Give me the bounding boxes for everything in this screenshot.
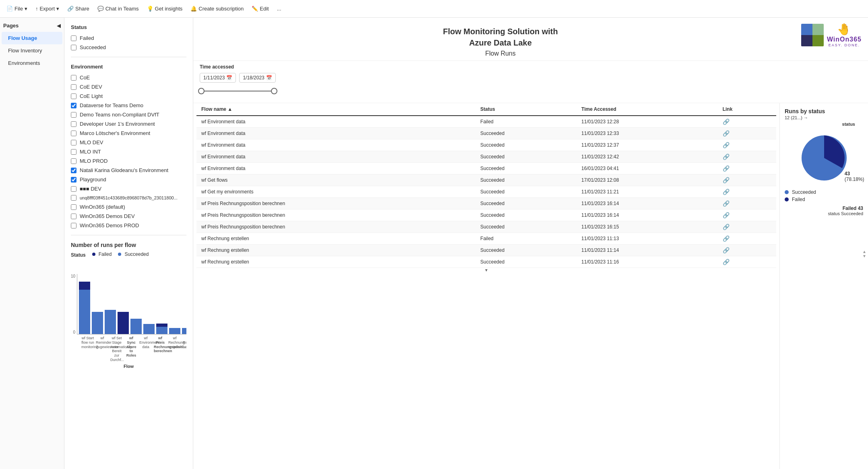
env-demo-teams-input[interactable] bbox=[71, 112, 76, 118]
link-icon[interactable]: 🔗 bbox=[723, 235, 730, 242]
env-dataverse[interactable]: Dataverse for Teams Demo bbox=[71, 102, 186, 108]
env-winon365-demos-dev-input[interactable] bbox=[71, 214, 76, 219]
date-range-slider[interactable] bbox=[200, 91, 276, 91]
env-redacted-dev[interactable]: ■■■ DEV bbox=[71, 186, 186, 192]
cell-link[interactable]: 🔗 bbox=[718, 233, 776, 245]
link-icon[interactable]: 🔗 bbox=[723, 259, 730, 265]
cell-time: 11/01/2023 12:37 bbox=[577, 139, 718, 151]
bar-start-flow bbox=[79, 282, 90, 334]
link-icon[interactable]: 🔗 bbox=[723, 200, 730, 207]
bar-rechnungstotal bbox=[169, 328, 180, 334]
cell-link[interactable]: 🔗 bbox=[718, 256, 776, 268]
report-title-line2: Azure Data Lake bbox=[200, 37, 801, 48]
cell-link[interactable]: 🔗 bbox=[718, 139, 776, 151]
share-button[interactable]: 🔗 Share bbox=[64, 4, 93, 13]
sidebar-item-flow-inventory[interactable]: Flow Inventory bbox=[2, 44, 62, 57]
env-marco-input[interactable] bbox=[71, 131, 76, 136]
env-winon365-default[interactable]: WinOn365 (default) bbox=[71, 204, 186, 210]
env-mlo-prod-input[interactable] bbox=[71, 158, 76, 164]
link-icon[interactable]: 🔗 bbox=[723, 177, 730, 183]
env-mlo-int-input[interactable] bbox=[71, 149, 76, 155]
env-coe-dev-input[interactable] bbox=[71, 84, 76, 90]
status-succeeded-label: Succeeded bbox=[80, 44, 106, 50]
date-to-input[interactable]: 1/18/2023 📅 bbox=[239, 73, 275, 83]
env-demo-teams[interactable]: Demo Teams non-Compliant DVfT bbox=[71, 112, 186, 118]
cell-link[interactable]: 🔗 bbox=[718, 116, 776, 128]
report-header: Flow Monitoring Solution with Azure Data… bbox=[193, 18, 868, 61]
cell-link[interactable]: 🔗 bbox=[718, 198, 776, 210]
env-coe-light[interactable]: CoE Light bbox=[71, 93, 186, 99]
link-icon[interactable]: 🔗 bbox=[723, 118, 730, 125]
status-failed-checkbox[interactable]: Failed bbox=[71, 35, 186, 41]
bar-start-flow-failed bbox=[79, 282, 90, 290]
env-mlo-dev[interactable]: MLO DEV bbox=[71, 139, 186, 145]
env-unq[interactable]: unq8fff03ff451c433689c8968078d7b_2301180… bbox=[71, 195, 186, 201]
flow-table-container[interactable]: Flow name ▲ Status Time Accessed Link wf… bbox=[193, 103, 779, 469]
link-icon[interactable]: 🔗 bbox=[723, 247, 730, 253]
status-succeeded-checkbox[interactable]: Succeeded bbox=[71, 44, 186, 50]
link-icon[interactable]: 🔗 bbox=[723, 142, 730, 148]
export-button[interactable]: ↑ Export ▾ bbox=[32, 4, 62, 13]
get-insights-button[interactable]: 💡 Get insights bbox=[144, 4, 186, 13]
chat-in-teams-button[interactable]: 💬 Chat in Teams bbox=[94, 4, 142, 13]
cell-link[interactable]: 🔗 bbox=[718, 186, 776, 198]
legend-failed-label: Failed bbox=[99, 251, 112, 257]
time-filter: Time accessed 1/11/2023 📅 1/18/2023 📅 bbox=[200, 64, 276, 100]
sidebar-item-environments[interactable]: Environments bbox=[2, 57, 62, 69]
env-coe-input[interactable] bbox=[71, 75, 76, 81]
link-icon[interactable]: 🔗 bbox=[723, 224, 730, 230]
env-winon365-demos-dev[interactable]: WinOn365 Demos DEV bbox=[71, 213, 186, 219]
env-redacted-dev-input[interactable] bbox=[71, 186, 76, 192]
edit-button[interactable]: ✏️ Edit bbox=[248, 4, 272, 13]
calendar-from-icon[interactable]: 📅 bbox=[226, 75, 232, 81]
env-mlo-prod[interactable]: MLO PROD bbox=[71, 158, 186, 164]
status-succeeded-input[interactable] bbox=[71, 45, 76, 50]
cell-status: Succeeded bbox=[475, 163, 577, 174]
more-button[interactable]: ... bbox=[274, 4, 285, 13]
env-winon365-demos-prod-input[interactable] bbox=[71, 223, 76, 228]
env-marco[interactable]: Marco Lötscher's Environment bbox=[71, 130, 186, 136]
status-failed-input[interactable] bbox=[71, 35, 76, 41]
env-playground[interactable]: Playground bbox=[71, 176, 186, 183]
link-icon[interactable]: 🔗 bbox=[723, 130, 730, 137]
table-row: wf Get my environmentsSucceeded11/01/202… bbox=[196, 186, 776, 198]
slider-thumb-left[interactable] bbox=[198, 88, 205, 94]
scroll-down-arrow[interactable]: ▼ bbox=[196, 268, 776, 272]
env-playground-input[interactable] bbox=[71, 177, 76, 183]
env-unq-input[interactable] bbox=[71, 195, 76, 201]
slider-thumb-right[interactable] bbox=[271, 88, 277, 94]
edit-label: Edit bbox=[260, 6, 269, 12]
cell-time: 11/01/2023 11:21 bbox=[577, 186, 718, 198]
env-winon365-default-input[interactable] bbox=[71, 204, 76, 210]
env-coe-light-input[interactable] bbox=[71, 93, 76, 99]
env-dataverse-input[interactable] bbox=[71, 103, 76, 108]
env-winon365-demos-prod[interactable]: WinOn365 Demos PROD bbox=[71, 222, 186, 228]
cell-time: 11/01/2023 12:42 bbox=[577, 151, 718, 163]
env-dev-user-input[interactable] bbox=[71, 121, 76, 127]
env-mlo-dev-input[interactable] bbox=[71, 140, 76, 145]
sidebar-item-flow-usage[interactable]: Flow Usage bbox=[2, 32, 62, 44]
calendar-to-icon[interactable]: 📅 bbox=[266, 75, 272, 81]
cell-link[interactable]: 🔗 bbox=[718, 163, 776, 174]
cell-link[interactable]: 🔗 bbox=[718, 128, 776, 139]
cell-link[interactable]: 🔗 bbox=[718, 221, 776, 233]
cell-link[interactable]: 🔗 bbox=[718, 151, 776, 163]
x-label-start-flow: wf Start flow run monitoring bbox=[81, 336, 94, 362]
link-icon[interactable]: 🔗 bbox=[723, 189, 730, 195]
link-icon[interactable]: 🔗 bbox=[723, 154, 730, 160]
env-dev-user[interactable]: Developer User 1's Environment bbox=[71, 121, 186, 127]
cell-link[interactable]: 🔗 bbox=[718, 174, 776, 186]
sidebar-collapse-icon[interactable]: ◀ bbox=[57, 23, 61, 29]
date-from-input[interactable]: 1/11/2023 📅 bbox=[200, 73, 236, 83]
env-natali-input[interactable] bbox=[71, 168, 76, 173]
env-mlo-int[interactable]: MLO INT bbox=[71, 149, 186, 155]
link-icon[interactable]: 🔗 bbox=[723, 212, 730, 218]
env-natali[interactable]: Natali Karina Glodeanu's Environment bbox=[71, 167, 186, 173]
env-coe-dev[interactable]: CoE DEV bbox=[71, 84, 186, 90]
env-coe[interactable]: CoE bbox=[71, 75, 186, 81]
create-subscription-button[interactable]: 🔔 Create subscription bbox=[187, 4, 247, 13]
cell-link[interactable]: 🔗 bbox=[718, 245, 776, 256]
file-button[interactable]: 📄 File ▾ bbox=[3, 4, 31, 13]
link-icon[interactable]: 🔗 bbox=[723, 165, 730, 172]
cell-link[interactable]: 🔗 bbox=[718, 210, 776, 221]
